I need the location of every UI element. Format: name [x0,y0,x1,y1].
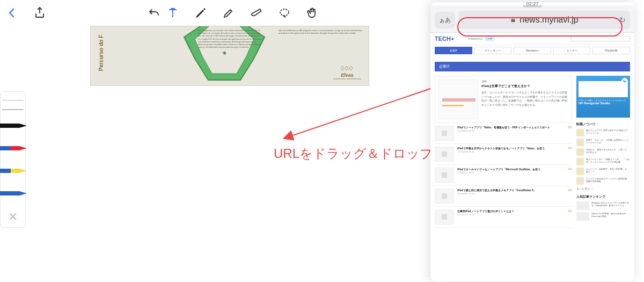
article-badge: 連載 [568,189,572,204]
svg-point-0 [280,9,289,16]
article-date: 2021/04/04 13:45 [457,150,565,153]
safari-chrome: ぁあ news.mynavi.jp ↻ [430,5,634,33]
article-date: 2021/04/16 13:01 [457,129,565,132]
article-badge: 連載 [568,168,572,183]
sidebar-item[interactable]: 新人バーテンダー「SE教えてくれ」、「それ何」サイエンスエンジニアの用語集 [576,158,630,165]
pen-blue[interactable] [1,182,25,205]
article-badge: 連載 [568,147,572,162]
text-tool-icon[interactable] [166,6,179,19]
article-badge: 連載 [568,126,572,141]
document-clip: Percurso do F A zona magistral, se acced… [90,26,369,86]
article-thumb [435,168,454,183]
undo-icon[interactable] [148,6,160,19]
tech-logo-icon[interactable]: TECH+ [435,35,465,42]
doc-text-1: zona magistral, se accede a los oídos ex… [198,29,262,48]
lock-icon [510,17,516,23]
sidebar-item[interactable]: なんたって「未経験可」発見！即応募。え、若さ！？ [576,168,630,175]
webpage[interactable]: TECH+ Powered by ﾏｲﾅﾋﾞ 企業ITテクノロジーMembers… [430,33,634,281]
feature-title: iPadは仕事でどこまで使えるか？ [481,84,568,89]
nav-item[interactable]: Members+ [514,47,551,54]
feature-tag: 連載 [481,79,568,83]
note-app: Percurso do F A zona magistral, se acced… [0,0,429,282]
sidebar-heading-1: 転職ノウハウ [576,122,630,127]
sidebar-heading-2: 人気記事ランキング [576,194,630,199]
site-header: TECH+ Powered by ﾏｲﾅﾋﾞ [430,33,634,45]
svg-marker-5 [0,124,27,128]
sidebar-item[interactable]: 今回から、覚悟させられるんだ。と思って、4月1日より [576,148,630,156]
safari-slideover: 02:27 ぁあ news.mynavi.jp ↻ TECH+ Powered … [430,2,634,281]
svg-rect-9 [0,169,11,173]
svg-text:TECH+: TECH+ [435,35,454,42]
article-row[interactable]: iPadでオールマイティなノートアプリ「Microsoft OneNote」を使… [435,165,572,186]
lasso-icon[interactable] [278,6,291,19]
rank-thumb [576,201,589,210]
site-search-input[interactable] [571,36,630,41]
hp-logo-icon: hp [621,78,628,84]
pen-tool-icon[interactable] [194,6,207,19]
nav-item[interactable]: テクノロジー [474,47,512,54]
pen-yellow[interactable] [1,160,25,182]
feature-desc: 近年、モバイルデバイスでいつでもどこでも仕事をするスタイルが定着しつつあったが、… [481,91,568,107]
article-row[interactable]: iPadでノートアプリ「Nebo」有償版を使う - PDFインポートとエクスポー… [435,123,572,144]
banner-product-icon [579,81,628,97]
reload-icon[interactable]: ↻ [619,16,626,24]
address-bar[interactable]: news.mynavi.jp ↻ [458,11,630,29]
section-header: 企業IT [435,62,630,71]
svg-text:ﾏｲﾅﾋﾞ: ﾏｲﾅﾋﾞ [486,37,494,40]
back-icon[interactable] [5,6,18,19]
avatar-icon [576,129,584,136]
avatar-icon [576,168,584,175]
reader-aa-button[interactable]: ぁあ [435,12,455,28]
doc-side-label: Percurso do F [98,35,104,71]
article-row[interactable]: iPadで手書き文字からテキスト変換できるノートアプリ「Nebo」を使う2021… [435,144,572,165]
site-nav: 企業ITテクノロジーMembers+セミナーIT製品比較 [430,45,634,57]
avatar-icon [576,148,584,156]
annotation-text: URLをドラッグ＆ドロップ [274,145,433,162]
eraser-icon[interactable] [250,6,263,19]
highlighter-icon[interactable] [222,6,235,19]
sidebar-item[interactable]: 現場で「なかった」と現場には関係ないことだったケースが… [576,139,630,146]
article-title: iPadでノートアプリ「Nebo」有償版を使う - PDFインポートとエクスポー… [457,126,565,129]
article-date: 2021/03/07 11:27 [457,192,565,195]
powered-by: Powered by [468,37,482,40]
feature-card[interactable]: 連載 iPadは仕事でどこまで使えるか？ 近年、モバイルデバイスでいつでもどこで… [435,76,572,123]
rank-item[interactable]: Windows 10のパフォーマンス改善できる「KB5001330」配布アナウン… [576,201,630,210]
nav-item[interactable]: IT製品比較 [592,47,630,54]
doc-text-2: slits and embrasures. All along the rout… [279,29,364,34]
avatar-icon [576,177,584,185]
pen-black[interactable] [1,114,25,137]
nav-item[interactable]: 企業IT [435,47,472,54]
sidebar-item[interactable]: 新人エンジニアに注意を促す2つの視点をマネージャーが… [576,129,630,136]
feature-thumb [438,79,478,119]
avatar-icon [576,158,584,165]
close-icon[interactable]: ✕ [8,210,18,224]
mynavi-logo-icon: ﾏｲﾅﾋﾞ [485,36,495,41]
article-thumb [435,126,454,141]
pen-red[interactable] [1,137,25,160]
ad-banner[interactable]: hp デザインを新しくさらにスタイリッシュになった HP DesignJet S… [576,76,630,118]
svg-marker-10 [0,191,27,196]
article-thumb [435,209,454,225]
nav-item[interactable]: セミナー [553,47,591,54]
article-date: 2021/02/19 11:21 [457,213,565,216]
more-link[interactable]: もっと見る → [576,187,630,190]
line-weight-thick[interactable] [2,107,24,112]
status-time: 02:27 [526,2,539,6]
line-weight-thin[interactable] [2,97,24,103]
hand-icon[interactable] [306,6,319,19]
rank-thumb [576,212,589,221]
url-text: news.mynavi.jp [519,15,578,25]
doc-logo: Elvas momentos fortes • monumentos único… [333,64,361,80]
sidebar-item[interactable]: エンジニアあるある IT - システム開発現場・実際の業界体験 [576,177,630,185]
avatar-icon [576,139,584,146]
article-date: 2021/03/21 18:14 [457,171,565,174]
share-icon[interactable] [33,6,46,19]
rank-item[interactable]: Ubuntu 21.04登場、Microsoft Active Director… [576,212,630,221]
note-toolbar [0,0,429,26]
article-thumb [435,147,454,162]
article-badge: 連載 [568,209,572,225]
article-row[interactable]: 仕事用iPadノートアプリ選びのポイントとは？2021/02/19 11:21連… [435,207,572,228]
article-row[interactable]: iPadで紙と同じ感覚で使える手書きメモアプリ「GoodNotes 5」2021… [435,186,572,207]
pen-palette: ✕ [0,91,26,228]
svg-rect-7 [0,146,11,150]
